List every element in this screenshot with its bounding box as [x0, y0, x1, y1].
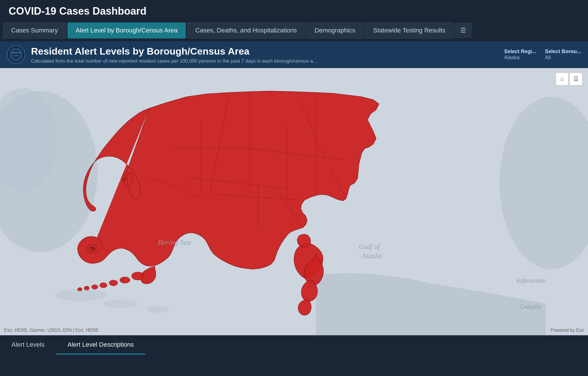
svg-point-11	[120, 277, 130, 283]
alaska-map-svg: Bering Sea Gulf of Alaska Edmonton Calga…	[0, 68, 588, 335]
tab-alert-level[interactable]: Alert Level by Borough/Census Area	[67, 22, 186, 38]
sub-header-title: Resident Alert Levels by Borough/Census …	[31, 45, 498, 57]
svg-text:Edmonton: Edmonton	[517, 277, 546, 284]
sub-header: STATE OF ALASKA Resident Alert Levels by…	[0, 41, 588, 68]
bottom-tab-alert-level-descriptions[interactable]: Alert Level Descriptions	[56, 336, 145, 354]
map-background: Bering Sea Gulf of Alaska Edmonton Calga…	[0, 68, 588, 335]
map-home-button[interactable]: ⌂	[556, 73, 568, 85]
map-container[interactable]: Bering Sea Gulf of Alaska Edmonton Calga…	[0, 68, 588, 335]
map-powered-by: Powered by Esri	[551, 328, 584, 333]
tab-demographics[interactable]: Demographics	[306, 22, 364, 38]
map-controls: ⌂ ☰	[556, 73, 582, 85]
bottom-tab-alert-levels[interactable]: Alert Levels	[0, 336, 56, 354]
svg-point-16	[78, 288, 82, 291]
nav-tabs: Cases Summary Alert Level by Borough/Cen…	[0, 22, 588, 41]
svg-text:Gulf of: Gulf of	[359, 242, 381, 251]
bottom-tabs: Alert Levels Alert Level Descriptions	[0, 335, 588, 354]
borough-selector-label: Select Borou...	[545, 49, 581, 55]
map-attribution: Esri, HERE, Garmin, USGS, EPA | Esri, HE…	[4, 328, 98, 333]
svg-point-10	[131, 272, 144, 280]
sub-header-text: Resident Alert Levels by Borough/Census …	[31, 45, 498, 64]
region-selector-value: Alaska	[504, 55, 520, 61]
sub-header-selectors: Select Regi... Alaska Select Borou... Al…	[504, 49, 581, 61]
borough-selector-value: All	[545, 55, 551, 61]
svg-point-6	[500, 97, 588, 269]
svg-point-9	[146, 306, 169, 313]
svg-text:ALASKA: ALASKA	[13, 55, 19, 57]
tab-cases-summary[interactable]: Cases Summary	[3, 22, 66, 38]
tab-icon-menu[interactable]: ☰	[455, 23, 471, 38]
tab-cases-deaths[interactable]: Cases, Deaths, and Hospitalizations	[187, 22, 305, 38]
sub-header-subtitle: Calculated from the total number of new …	[31, 58, 498, 64]
svg-point-12	[109, 280, 118, 286]
region-selector-label: Select Regi...	[504, 49, 536, 55]
map-list-button[interactable]: ☰	[570, 73, 582, 85]
home-icon: ⌂	[560, 76, 564, 82]
state-logo: STATE OF ALASKA	[7, 45, 25, 64]
svg-point-15	[84, 286, 89, 290]
borough-selector[interactable]: Select Borou... All	[545, 49, 581, 61]
svg-point-8	[103, 299, 138, 308]
tab-statewide-testing[interactable]: Statewide Testing Results	[365, 22, 454, 38]
app-title: COVID-19 Cases Dashboard	[9, 5, 146, 17]
svg-text:Alaska: Alaska	[361, 252, 382, 260]
app-header: COVID-19 Cases Dashboard	[0, 0, 588, 22]
svg-point-14	[92, 285, 98, 289]
region-selector[interactable]: Select Regi... Alaska	[504, 49, 536, 61]
svg-text:Calgary: Calgary	[520, 303, 541, 310]
list-icon: ☰	[573, 76, 579, 82]
svg-text:Bering Sea: Bering Sea	[158, 238, 191, 246]
svg-point-13	[100, 283, 107, 288]
